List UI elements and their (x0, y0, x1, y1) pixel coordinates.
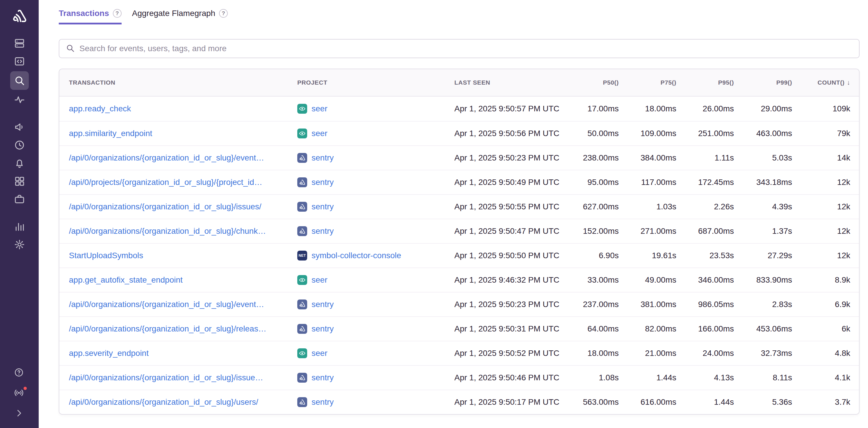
sidebar-item-explore[interactable] (10, 52, 29, 70)
sidebar-item-traces[interactable] (10, 91, 29, 109)
cell-p75: 49.00ms (619, 275, 676, 285)
project-link[interactable]: seer (312, 275, 327, 285)
cell-p95: 4.13s (676, 373, 734, 382)
sidebar-item-settings[interactable] (10, 235, 29, 254)
search-input[interactable] (80, 44, 852, 53)
cell-p99: 343.18ms (734, 178, 792, 187)
tab-aggregate-flamegraph[interactable]: Aggregate Flamegraph? (132, 9, 228, 25)
cell-transaction: app.similarity_endpoint (69, 129, 297, 138)
transaction-link[interactable]: /api/0/organizations/{organization_id_or… (69, 300, 264, 309)
project-avatar-sentry (297, 153, 307, 163)
cell-transaction: /api/0/organizations/{organization_id_or… (69, 373, 297, 382)
search-bar (59, 39, 860, 58)
sidebar-item-dashboards[interactable] (10, 172, 29, 190)
project-link[interactable]: sentry (312, 373, 334, 382)
cell-p75: 1.44s (619, 373, 676, 382)
cell-count: 12k (792, 202, 850, 211)
column-header-project[interactable]: PROJECT (297, 79, 454, 86)
explore-icon (14, 56, 25, 67)
cell-transaction: /api/0/projects/{organization_id_or_slug… (69, 178, 297, 187)
cell-last-seen: Apr 1, 2025 9:50:47 PM UTC (454, 227, 565, 236)
cell-count: 14k (792, 153, 850, 163)
sidebar-item-projects[interactable] (10, 190, 29, 208)
alerts-icon (14, 157, 25, 169)
table-row: app.get_autofix_state_endpointseerApr 1,… (59, 267, 859, 292)
project-link[interactable]: seer (312, 129, 327, 138)
cell-p95: 172.45ms (676, 178, 734, 187)
column-header-p95[interactable]: P95() (676, 79, 734, 86)
tab-label: Transactions (59, 9, 109, 18)
sidebar-item-issues[interactable] (10, 34, 29, 52)
transaction-link[interactable]: StartUploadSymbols (69, 251, 143, 260)
sidebar-item-whats-new[interactable] (10, 384, 29, 402)
cell-p50: 18.00ms (565, 349, 619, 358)
project-link[interactable]: sentry (312, 300, 334, 309)
transaction-link[interactable]: /api/0/organizations/{organization_id_or… (69, 397, 258, 406)
cell-transaction: /api/0/organizations/{organization_id_or… (69, 300, 297, 309)
transaction-link[interactable]: app.severity_endpoint (69, 349, 149, 358)
project-link[interactable]: sentry (312, 324, 334, 333)
main-content: Transactions?Aggregate Flamegraph? TRANS… (39, 0, 868, 428)
sidebar-item-replays[interactable] (10, 136, 29, 154)
replays-icon (14, 139, 25, 151)
transaction-link[interactable]: app.similarity_endpoint (69, 129, 152, 138)
cell-p99: 2.83s (734, 300, 792, 309)
project-link[interactable]: sentry (312, 202, 334, 211)
cell-last-seen: Apr 1, 2025 9:50:46 PM UTC (454, 373, 565, 382)
table-row: /api/0/organizations/{organization_id_or… (59, 194, 859, 219)
project-link[interactable]: sentry (312, 397, 334, 407)
column-header-p75[interactable]: P75() (619, 79, 676, 86)
sidebar-item-search[interactable] (10, 71, 29, 90)
sidebar-item-feedback[interactable] (10, 118, 29, 136)
projects-icon (14, 193, 25, 205)
transaction-link[interactable]: /api/0/organizations/{organization_id_or… (69, 202, 261, 211)
project-avatar-sentry (297, 324, 307, 334)
project-link[interactable]: seer (312, 104, 327, 113)
cell-p95: 2.26s (676, 202, 734, 211)
cell-last-seen: Apr 1, 2025 9:50:23 PM UTC (454, 300, 565, 309)
cell-count: 6.9k (792, 300, 850, 309)
project-link[interactable]: seer (312, 349, 327, 358)
cell-p50: 563.00ms (565, 397, 619, 407)
help-circle-icon[interactable]: ? (113, 9, 122, 18)
sidebar-item-stats[interactable] (10, 218, 29, 235)
cell-p99: 463.00ms (734, 129, 792, 138)
cell-count: 4.1k (792, 373, 850, 382)
transaction-link[interactable]: /api/0/organizations/{organization_id_or… (69, 227, 266, 235)
cell-transaction: app.ready_check (69, 104, 297, 113)
transaction-link[interactable]: /api/0/organizations/{organization_id_or… (69, 324, 267, 333)
cell-project: sentry (297, 202, 454, 212)
column-header-transaction[interactable]: TRANSACTION (69, 79, 297, 86)
tab-transactions[interactable]: Transactions? (59, 9, 122, 25)
cell-last-seen: Apr 1, 2025 9:50:56 PM UTC (454, 129, 565, 138)
column-header-count[interactable]: COUNT()↓ (792, 79, 850, 86)
help-icon (14, 367, 25, 379)
cell-project: seer (297, 104, 454, 114)
transaction-link[interactable]: app.get_autofix_state_endpoint (69, 275, 183, 284)
sidebar-item-collapse[interactable] (10, 405, 29, 423)
transaction-link[interactable]: /api/0/projects/{organization_id_or_slug… (69, 178, 262, 187)
column-header-p50[interactable]: P50() (565, 79, 619, 86)
transaction-link[interactable]: app.ready_check (69, 104, 131, 113)
cell-last-seen: Apr 1, 2025 9:50:57 PM UTC (454, 104, 565, 113)
sentry-logo[interactable] (11, 7, 28, 25)
cell-p99: 5.03s (734, 153, 792, 163)
help-circle-icon[interactable]: ? (219, 9, 228, 18)
table-row: /api/0/organizations/{organization_id_or… (59, 145, 859, 170)
cell-count: 8.9k (792, 275, 850, 285)
project-link[interactable]: sentry (312, 153, 334, 163)
column-header-p99[interactable]: P99() (734, 79, 792, 86)
project-link[interactable]: sentry (312, 178, 334, 187)
project-avatar-sentry (297, 373, 307, 383)
column-header-last_seen[interactable]: LAST SEEN (454, 79, 565, 86)
sidebar-item-alerts[interactable] (10, 154, 29, 172)
cell-p95: 346.00ms (676, 275, 734, 285)
project-link[interactable]: sentry (312, 227, 334, 236)
project-avatar-seer (297, 348, 307, 358)
transaction-link[interactable]: /api/0/organizations/{organization_id_or… (69, 153, 264, 162)
transaction-link[interactable]: /api/0/organizations/{organization_id_or… (69, 373, 263, 382)
cell-transaction: /api/0/organizations/{organization_id_or… (69, 227, 297, 236)
cell-project: sentry (297, 373, 454, 383)
sidebar-item-help[interactable] (10, 364, 29, 382)
project-link[interactable]: symbol-collector-console (312, 251, 401, 260)
